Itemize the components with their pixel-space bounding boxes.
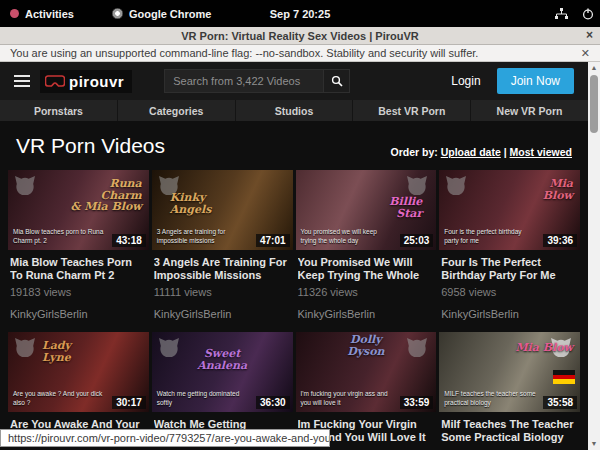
- video-thumbnail[interactable]: Lady Lyne Are you awake ? And your dick …: [8, 332, 149, 412]
- search-input[interactable]: [164, 69, 324, 93]
- thumbnail-overlay-title: Runa Charm & Mia Blow: [70, 178, 141, 213]
- duration-badge: 39:36: [543, 234, 577, 247]
- studio-cat-mask-icon: [14, 175, 36, 195]
- activities-dot-icon: [10, 9, 19, 18]
- chrome-icon: [112, 8, 123, 19]
- nav-item-categories[interactable]: Categories: [118, 100, 236, 121]
- studio-link[interactable]: KinkyGirlsBerlin: [441, 308, 578, 320]
- video-thumbnail[interactable]: Kinky Angels 3 Angels are training for i…: [152, 170, 293, 250]
- video-title[interactable]: Mia Blow Teaches Porn To Runa Charm Pt 2: [10, 256, 147, 283]
- window-title: VR Porn: Virtual Reality Sex Videos | Pi…: [181, 30, 418, 42]
- status-bar-url: https://pirouvr.com/vr-porn-video/779325…: [0, 429, 330, 447]
- duration-badge: 47:01: [256, 234, 290, 247]
- video-card[interactable]: Mia Blow Four is the perfect birthday pa…: [439, 170, 580, 332]
- nav-item-new-vr[interactable]: New VR Porn: [471, 100, 588, 121]
- page-title: VR Porn Videos: [16, 134, 165, 158]
- join-now-button[interactable]: Join Now: [497, 68, 574, 94]
- duration-badge: 33:59: [400, 396, 434, 409]
- video-thumbnail[interactable]: Runa Charm & Mia Blow Mia Blow teaches p…: [8, 170, 149, 250]
- window-close-icon[interactable]: ×: [586, 28, 593, 42]
- page-head: VR Porn Videos Order by: Upload date | M…: [0, 121, 588, 170]
- video-title[interactable]: 3 Angels Are Training For Impossible Mis…: [154, 256, 291, 283]
- thumbnail-caption: You promised we will keep trying the who…: [301, 228, 393, 245]
- infobar-message: You are using an unsupported command-lin…: [10, 47, 478, 59]
- germany-flag-icon: [553, 370, 575, 384]
- order-upload-date-link[interactable]: Upload date: [441, 146, 501, 158]
- video-thumbnail[interactable]: Billie Star You promised we will keep tr…: [296, 170, 437, 250]
- studio-cat-mask-icon: [14, 337, 36, 357]
- thumbnail-caption: Mia Blow teaches porn to Runa Charm pt. …: [13, 228, 105, 245]
- order-by: Order by: Upload date | Most viewed: [390, 146, 572, 158]
- thumbnail-overlay-title: Billie Star: [389, 196, 422, 219]
- clock[interactable]: Sep 7 20:25: [270, 8, 331, 20]
- studio-cat-mask-icon: [406, 175, 428, 195]
- scrollbar-thumb[interactable]: [590, 75, 598, 133]
- hamburger-menu-icon[interactable]: [14, 75, 30, 87]
- search-icon: [331, 75, 343, 87]
- video-card[interactable]: Kinky Angels 3 Angels are training for i…: [152, 170, 293, 332]
- thumbnail-caption: I'm fucking your virgin ass and you will…: [301, 390, 393, 407]
- duration-badge: 36:30: [256, 396, 290, 409]
- chrome-app-menu[interactable]: Google Chrome: [102, 0, 222, 27]
- thumbnail-caption: Four is the perfect birthday party for m…: [444, 228, 536, 245]
- vr-goggles-icon: [45, 75, 65, 88]
- duration-badge: 25:03: [400, 234, 434, 247]
- chrome-app-label: Google Chrome: [129, 8, 212, 20]
- system-top-bar: Activities Google Chrome Sep 7 20:25: [0, 0, 600, 27]
- video-card[interactable]: Billie Star You promised we will keep tr…: [296, 170, 437, 332]
- duration-badge: 43:18: [112, 234, 146, 247]
- order-separator: |: [504, 146, 507, 158]
- thumbnail-caption: Watch me getting dominated softly: [157, 390, 249, 407]
- activities-button[interactable]: Activities: [0, 0, 84, 27]
- scrollbar-up-arrow-icon[interactable]: ▲: [588, 62, 600, 74]
- browser-viewport: pirouvr Login Join Now Pornstars Categor…: [0, 62, 588, 450]
- thumbnail-overlay-title: Lady Lyne: [42, 340, 71, 363]
- window-titlebar: VR Porn: Virtual Reality Sex Videos | Pi…: [0, 27, 600, 45]
- site-header: pirouvr Login Join Now: [0, 62, 588, 100]
- nav-item-best-vr[interactable]: Best VR Porn: [353, 100, 471, 121]
- video-card[interactable]: Mia Blow MILF teaches the teacher some p…: [439, 332, 580, 450]
- studio-link[interactable]: KinkyGirlsBerlin: [10, 308, 147, 320]
- video-card[interactable]: Runa Charm & Mia Blow Mia Blow teaches p…: [8, 170, 149, 332]
- video-thumbnail[interactable]: Sweet Analena Watch me getting dominated…: [152, 332, 293, 412]
- thumbnail-overlay-title: Sweet Analena: [152, 348, 293, 371]
- thumbnail-caption: MILF teaches the teacher some practical …: [444, 390, 536, 407]
- video-grid: Runa Charm & Mia Blow Mia Blow teaches p…: [0, 170, 588, 450]
- search-bar: [164, 69, 350, 93]
- main-nav: Pornstars Categories Studios Best VR Por…: [0, 100, 588, 121]
- site-logo[interactable]: pirouvr: [40, 70, 132, 93]
- chrome-infobar: You are using an unsupported command-lin…: [0, 45, 600, 62]
- video-title[interactable]: You Promised We Will Keep Trying The Who…: [298, 256, 435, 283]
- video-thumbnail[interactable]: Mia Blow Four is the perfect birthday pa…: [439, 170, 580, 250]
- studio-link[interactable]: KinkyGirlsBerlin: [154, 308, 291, 320]
- thumbnail-caption: 3 Angels are training for impossible mis…: [157, 228, 249, 245]
- video-thumbnail[interactable]: Dolly Dyson I'm fucking your virgin ass …: [296, 332, 437, 412]
- video-views: 11111 views: [154, 286, 291, 298]
- duration-badge: 35:58: [543, 396, 577, 409]
- activities-label: Activities: [25, 8, 74, 20]
- network-icon[interactable]: [555, 8, 568, 20]
- video-thumbnail[interactable]: Mia Blow MILF teaches the teacher some p…: [439, 332, 580, 412]
- video-title[interactable]: Four Is The Perfect Birthday Party For M…: [441, 256, 578, 283]
- search-button[interactable]: [324, 69, 350, 93]
- thumbnail-overlay-title: Dolly Dyson: [296, 334, 437, 357]
- login-link[interactable]: Login: [445, 74, 486, 88]
- video-views: 6958 views: [441, 286, 578, 298]
- site-logo-text: pirouvr: [69, 73, 124, 90]
- video-title[interactable]: Milf Teaches The Teacher Some Practical …: [441, 418, 578, 445]
- thumbnail-overlay-title: Mia Blow: [543, 178, 573, 201]
- infobar-close-icon[interactable]: ✕: [581, 47, 590, 60]
- order-by-label: Order by:: [390, 146, 437, 158]
- power-icon[interactable]: [582, 8, 594, 20]
- nav-item-studios[interactable]: Studios: [236, 100, 354, 121]
- duration-badge: 30:17: [112, 396, 146, 409]
- video-views: 19183 views: [10, 286, 147, 298]
- order-most-viewed-link[interactable]: Most viewed: [510, 146, 572, 158]
- video-views: 11326 views: [298, 286, 435, 298]
- thumbnail-caption: Are you awake ? And your dick also ?: [13, 390, 105, 407]
- thumbnail-overlay-title: Kinky Angels: [170, 192, 212, 215]
- nav-item-pornstars[interactable]: Pornstars: [0, 100, 118, 121]
- studio-link[interactable]: KinkyGirlsBerlin: [298, 308, 435, 320]
- scrollbar[interactable]: ▲ ▼: [588, 62, 600, 450]
- scrollbar-down-arrow-icon[interactable]: ▼: [588, 438, 600, 450]
